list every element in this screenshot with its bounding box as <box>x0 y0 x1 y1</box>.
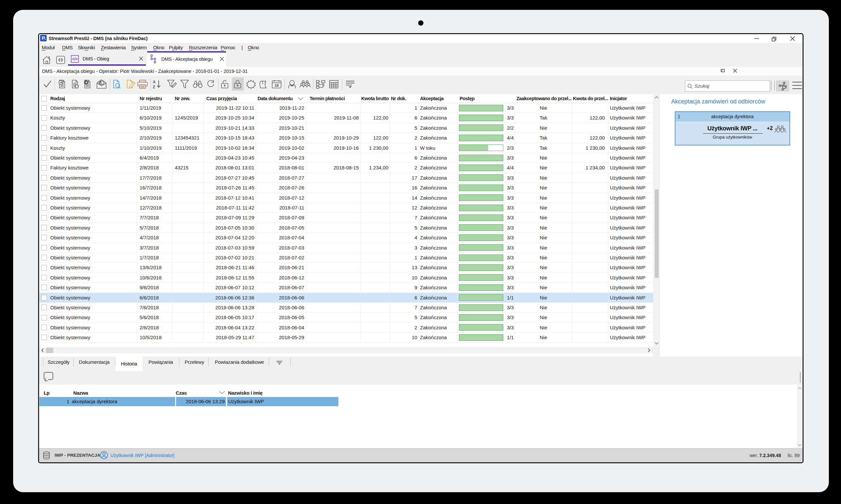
svg-text:</>: </> <box>72 57 77 61</box>
svg-text:Z: Z <box>153 85 155 89</box>
svg-text:18: 18 <box>274 84 278 87</box>
svg-text:A: A <box>153 80 156 84</box>
